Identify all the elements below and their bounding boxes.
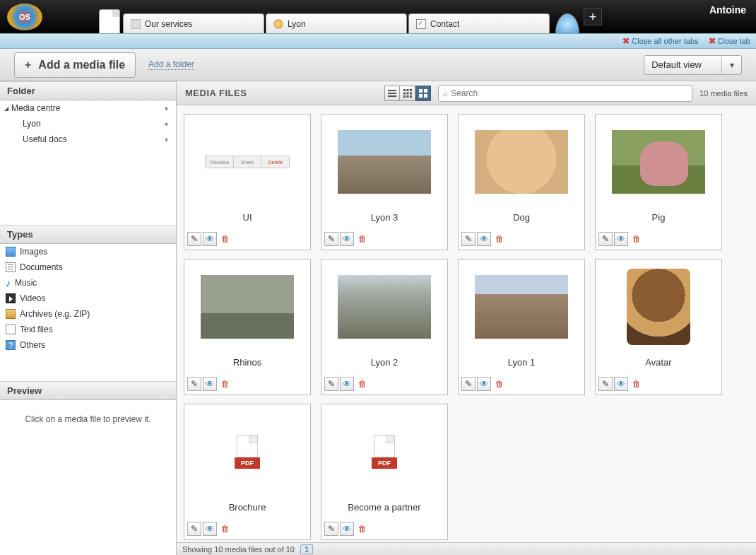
view-button[interactable]: 👁 [340,377,354,391]
edit-button[interactable]: ✎ [324,232,338,246]
tab-our-services[interactable]: Our services [123,13,264,33]
tree-node-lyon[interactable]: Lyon▾ [0,116,176,132]
tab-lyon[interactable]: Lyon [266,13,407,33]
type-videos[interactable]: Videos [0,291,176,306]
edit-button[interactable]: ✎ [187,377,201,391]
eye-icon: 👁 [206,524,214,534]
close-other-tabs-link[interactable]: ✖Close all other tabs [622,36,698,46]
document-icon[interactable] [99,9,120,33]
svg-rect-6 [403,92,406,94]
media-card[interactable]: Lyon 3✎👁🗑 [321,114,448,250]
media-name: Pig [596,209,721,228]
view-large-grid-button[interactable] [415,86,431,101]
view-button[interactable]: 👁 [203,377,217,391]
search-field[interactable]: ⌕ [438,85,692,102]
tab-contact[interactable]: Contact [408,13,550,33]
view-small-grid-button[interactable] [400,86,415,101]
view-button[interactable]: 👁 [614,377,628,391]
pencil-icon: ✎ [328,234,335,244]
eye-icon: 👁 [206,379,214,389]
media-card[interactable]: Pig✎👁🗑 [595,114,722,250]
view-select[interactable]: Default view ▾ [644,55,742,75]
edit-button[interactable]: ✎ [598,232,613,246]
edit-button[interactable]: ✎ [324,377,338,391]
text-icon [6,325,16,334]
chevron-down-icon[interactable]: ▾ [160,120,172,128]
edit-button[interactable]: ✎ [461,377,476,391]
thumbnail-area: PDF [184,404,310,499]
thumbnail-area [596,259,721,354]
edit-button[interactable]: ✎ [461,232,476,246]
svg-rect-2 [388,95,396,97]
type-text-files[interactable]: Text files [0,322,176,337]
view-button[interactable]: 👁 [340,232,354,246]
delete-button[interactable]: 🗑 [630,377,644,391]
add-tab-button[interactable]: + [584,8,602,25]
pdf-icon: PDF [372,435,397,469]
delete-button[interactable]: 🗑 [492,377,507,391]
edit-button[interactable]: ✎ [187,232,201,246]
close-tab-link[interactable]: ✖Close tab [709,36,750,46]
tree-node-media-centre[interactable]: Media centre▾ [0,100,176,116]
view-list-button[interactable] [384,86,400,101]
delete-button[interactable]: 🗑 [630,232,644,246]
delete-button[interactable]: 🗑 [355,232,370,246]
delete-button[interactable]: 🗑 [218,377,232,391]
search-icon: ⌕ [443,88,448,98]
view-button[interactable]: 👁 [203,232,217,246]
edit-button[interactable]: ✎ [324,522,338,536]
trash-icon: 🗑 [221,379,230,389]
delete-button[interactable]: 🗑 [355,522,370,536]
media-card[interactable]: Lyon 2✎👁🗑 [321,259,448,395]
image-thumbnail [475,130,568,194]
view-button[interactable]: 👁 [614,232,628,246]
window-tabs: Our services Lyon Contact + [99,0,756,33]
preview-placeholder: Click on a media file to preview it. [0,400,176,438]
media-card[interactable]: Dog✎👁🗑 [458,114,585,250]
checkbox-icon [416,19,426,29]
sidebar: Folder Media centre▾ Lyon▾ Useful docs▾ … [0,81,177,555]
media-grid: VisualiseShareDeleteUI✎👁🗑Lyon 3✎👁🗑Dog✎👁🗑… [177,105,756,542]
search-input[interactable] [451,88,687,98]
page-number[interactable]: 1 [300,544,313,554]
view-button[interactable]: 👁 [477,377,491,391]
media-card[interactable]: Rhinos✎👁🗑 [184,259,311,395]
trash-icon: 🗑 [358,524,367,534]
edit-button[interactable]: ✎ [187,522,201,536]
view-button[interactable]: 👁 [340,522,354,536]
image-thumbnail [627,269,690,345]
tree-node-useful-docs[interactable]: Useful docs▾ [0,132,176,147]
type-documents[interactable]: Documents [0,259,176,275]
media-card[interactable]: PDFBecome a partner✎👁🗑 [321,404,448,540]
types-list: Images Documents ♪Music Videos Archives … [0,244,176,353]
delete-button[interactable]: 🗑 [492,232,507,246]
chevron-down-icon: ▾ [721,56,741,74]
eye-icon: 👁 [480,234,488,244]
svg-rect-12 [419,89,423,93]
type-music[interactable]: ♪Music [0,275,176,291]
toolbar: + Add a media file Add a folder Default … [0,49,756,81]
add-media-button[interactable]: + Add a media file [14,52,136,78]
media-count-label: 10 media files [699,89,748,98]
media-card[interactable]: PDFBrochure✎👁🗑 [184,404,311,540]
delete-button[interactable]: 🗑 [355,377,370,391]
delete-button[interactable]: 🗑 [218,522,232,536]
globe-icon[interactable] [555,13,579,33]
chevron-down-icon[interactable]: ▾ [160,105,172,112]
chevron-down-icon[interactable]: ▾ [160,136,172,144]
thumbnail-area [459,115,584,209]
type-others[interactable]: ?Others [0,337,176,353]
add-folder-link[interactable]: Add a folder [148,59,194,70]
card-actions: ✎👁🗑 [321,373,447,395]
media-card[interactable]: Avatar✎👁🗑 [595,259,722,395]
media-card[interactable]: Lyon 1✎👁🗑 [458,259,585,395]
svg-rect-9 [403,95,406,98]
username-label[interactable]: Antoine [709,4,746,16]
edit-button[interactable]: ✎ [598,377,613,391]
type-archives[interactable]: Archives (e.g. ZIP) [0,306,176,322]
delete-button[interactable]: 🗑 [218,232,232,246]
type-images[interactable]: Images [0,244,176,259]
media-card[interactable]: VisualiseShareDeleteUI✎👁🗑 [184,114,311,250]
view-button[interactable]: 👁 [203,522,217,536]
view-button[interactable]: 👁 [477,232,491,246]
